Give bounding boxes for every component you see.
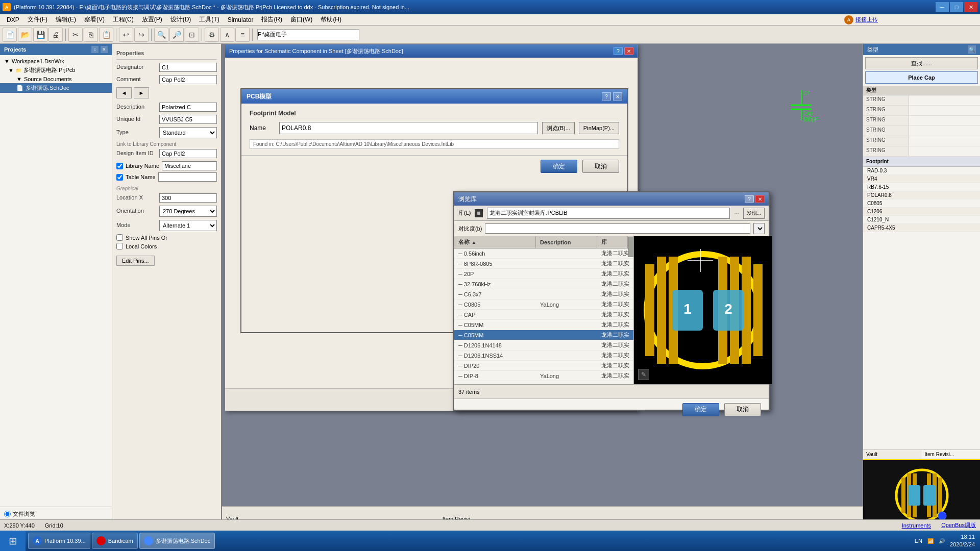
menu-edit[interactable]: 编辑(E) (52, 14, 80, 26)
pcb-help-btn[interactable]: ? (602, 92, 611, 101)
tb-fit[interactable]: ⊡ (185, 28, 199, 42)
library-name-input[interactable] (162, 161, 217, 170)
component-item[interactable]: C1210_N (863, 216, 980, 224)
lib-list-item[interactable]: ─ 0.56inch 龙港二职实 (454, 248, 633, 259)
tb-paste[interactable]: 📋 (99, 28, 113, 42)
menu-help[interactable]: 帮助(H) (316, 14, 346, 26)
tb-wire[interactable]: ∧ (220, 28, 234, 42)
component-item[interactable]: POLAR0.8 (863, 191, 980, 199)
browse-btn[interactable]: 浏览(B)... (542, 122, 575, 134)
panel-close-btn[interactable]: ✕ (101, 46, 108, 53)
lib-options-icon[interactable]: ··· (734, 210, 739, 216)
menu-place[interactable]: 放置(P) (138, 14, 166, 26)
file-browse-label[interactable]: 文件浏览 (4, 510, 108, 518)
status-openbus[interactable]: OpenBus调版 (941, 521, 976, 529)
local-colors-checkbox[interactable] (116, 243, 123, 249)
component-item[interactable]: C0805 (863, 199, 980, 208)
tb-new[interactable]: 📄 (3, 28, 17, 42)
browse-lib-confirm-btn[interactable]: 确定 (682, 403, 719, 416)
lib-list-item[interactable]: ─ C6.3x7 龙港二职实 (454, 289, 633, 299)
comment-input[interactable] (159, 75, 217, 84)
discover-btn[interactable]: 发现... (743, 208, 765, 219)
menu-project[interactable]: 工程(C) (109, 14, 138, 26)
close-button[interactable]: ✕ (964, 2, 977, 12)
pcb-cancel-btn[interactable]: 取消 (582, 160, 619, 173)
tb-component[interactable]: ⚙ (205, 28, 219, 42)
component-item[interactable]: RAD-0.3 (863, 167, 980, 175)
lib-list-item[interactable]: ─ 32.768kHz 龙港二职实 (454, 279, 633, 289)
component-item[interactable]: C1206 (863, 208, 980, 216)
browse-lib-close-btn[interactable]: ✕ (755, 195, 765, 203)
pinmap-btn[interactable]: PinMap(P)... (579, 122, 619, 134)
tb-redo[interactable]: ↪ (134, 28, 149, 42)
tb-cut[interactable]: ✂ (68, 28, 83, 42)
filter-mode-select[interactable] (753, 223, 765, 234)
taskbar-bandicam[interactable]: Bandicam (92, 533, 138, 549)
right-panel-search-btn[interactable]: 🔍 (968, 45, 976, 54)
menu-report[interactable]: 报告(R) (257, 14, 286, 26)
source-docs-item[interactable]: ▼ Source Documents (0, 75, 112, 83)
type-select[interactable]: Standard (159, 127, 217, 138)
path-input[interactable] (257, 29, 359, 40)
upload-link[interactable]: 接接上传 (855, 16, 878, 23)
tb-zoom-in[interactable]: 🔍 (154, 28, 168, 42)
component-item[interactable]: RB7.6-15 (863, 183, 980, 191)
menu-tools[interactable]: 工具(T) (195, 14, 223, 26)
menu-simulator[interactable]: Simulator (224, 14, 258, 26)
tb-copy[interactable]: ⎘ (84, 28, 98, 42)
nav-next-btn[interactable]: ► (134, 87, 149, 98)
taskbar-platform[interactable]: A Platform 10.39... (28, 533, 90, 549)
browse-lib-cancel-btn[interactable]: 取消 (724, 403, 761, 416)
designator-input[interactable] (159, 63, 217, 72)
design-item-id-input[interactable] (159, 149, 217, 158)
description-input[interactable] (159, 103, 217, 112)
nav-prev-btn[interactable]: ◄ (116, 87, 132, 98)
sort-icon[interactable]: ▲ (472, 240, 476, 245)
edit-pins-btn[interactable]: Edit Pins... (116, 256, 155, 266)
search-btn[interactable]: 查找...... (865, 57, 978, 69)
place-cap-btn[interactable]: Place Cap (865, 71, 978, 84)
library-dropdown[interactable]: 龙港二职实训室封装库.PCBLIB (487, 208, 730, 219)
prop-win-help-btn[interactable]: ? (614, 47, 623, 55)
tb-print[interactable]: 🖨 (48, 28, 63, 42)
lib-list-item[interactable]: ─ C05MM 龙港二职实 (454, 330, 633, 340)
lib-list-item[interactable]: ─ D1206.1NSS14 龙港二职实 (454, 350, 633, 361)
table-name-checkbox[interactable] (116, 174, 123, 181)
table-name-input[interactable] (158, 172, 217, 182)
lib-list-item[interactable]: ─ DIP-8 YaLong 龙港二职实 (454, 371, 633, 381)
lib-list-item[interactable]: ─ C0805 YaLong 龙港二职实 (454, 299, 633, 310)
panel-pin-btn[interactable]: ↕ (91, 46, 99, 53)
component-item[interactable]: VR4 (863, 175, 980, 183)
location-x-input[interactable] (159, 193, 217, 203)
taskbar-schdoc[interactable]: 多谐振荡电路.SchDoc (139, 533, 215, 549)
lib-list-item[interactable]: ─ DIP20 龙港二职实 (454, 361, 633, 371)
tb-open[interactable]: 📂 (18, 28, 32, 42)
library-name-checkbox[interactable] (116, 163, 123, 169)
minimize-button[interactable]: ─ (936, 2, 949, 12)
orientation-select[interactable]: 270 Degrees (159, 206, 217, 217)
tb-zoom-out[interactable]: 🔎 (169, 28, 184, 42)
browse-lib-help-btn[interactable]: ? (745, 195, 754, 203)
show-all-pins-checkbox[interactable] (116, 234, 123, 241)
schdoc-item[interactable]: 📄 多谐振荡.SchDoc (0, 83, 112, 93)
preview-settings-icon[interactable]: ✎ (638, 369, 649, 380)
menu-dxp[interactable]: DXP (3, 14, 23, 26)
start-button[interactable]: ⊞ (0, 531, 26, 551)
tb-save[interactable]: 💾 (33, 28, 47, 42)
menu-file[interactable]: 文件(F) (23, 14, 52, 26)
scrollbar-thumb[interactable] (628, 237, 633, 257)
lib-list-item[interactable]: ─ 20P 龙港二职实 (454, 269, 633, 279)
lib-list-item[interactable]: ─ 8P8R-0805 龙港二职实 (454, 259, 633, 269)
tb-net[interactable]: ≡ (235, 28, 250, 42)
project-item[interactable]: ▼ 📁 多谐振荡电路.PrjPcb (0, 65, 112, 75)
file-browse-radio[interactable] (4, 511, 11, 517)
name-input[interactable] (279, 122, 538, 134)
prop-win-close-btn[interactable]: ✕ (624, 47, 633, 55)
component-item[interactable]: CAPR5-4X5 (863, 224, 980, 232)
tb-undo[interactable]: ↩ (119, 28, 133, 42)
filter-input[interactable] (485, 223, 750, 234)
lib-list-item[interactable]: ─ D1206.1N4148 龙港二职实 (454, 340, 633, 350)
menu-view[interactable]: 察看(V) (80, 14, 109, 26)
lib-list-item[interactable]: ─ CAP 龙港二职实 (454, 310, 633, 320)
workspace-item[interactable]: ▼ Workspace1.DsnWrk (0, 57, 112, 65)
